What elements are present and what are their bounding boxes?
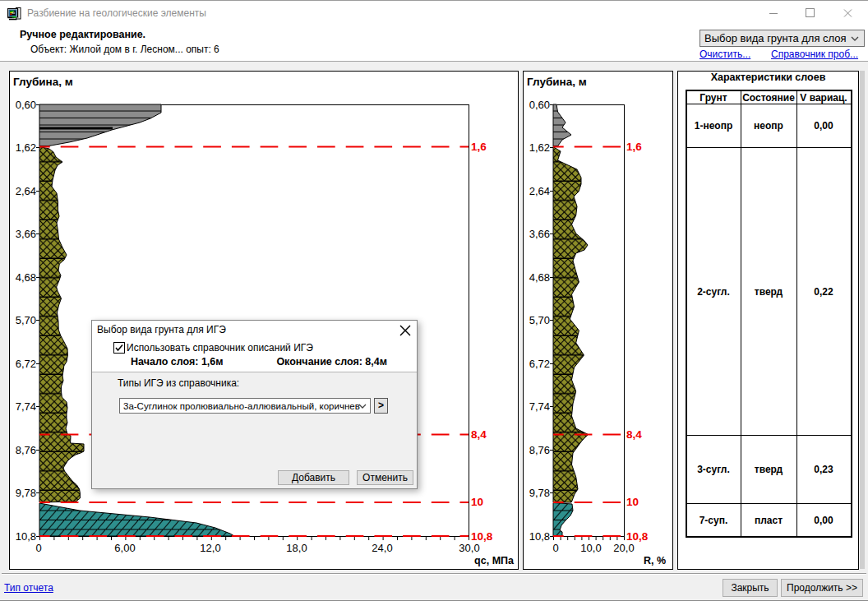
svg-text:3,66: 3,66 — [529, 228, 550, 240]
svg-text:неопр: неопр — [754, 120, 783, 132]
svg-text:18,0: 18,0 — [286, 542, 307, 554]
svg-text:7,74: 7,74 — [16, 400, 36, 413]
svg-text:8,76: 8,76 — [16, 444, 36, 456]
svg-text:6,00: 6,00 — [114, 542, 135, 554]
svg-text:6,72: 6,72 — [16, 358, 36, 370]
svg-text:0,60: 0,60 — [16, 99, 36, 111]
svg-text:0,22: 0,22 — [814, 286, 833, 298]
svg-text:Состояние: Состояние — [742, 92, 795, 104]
svg-text:10: 10 — [626, 496, 639, 508]
svg-text:Грунт: Грунт — [699, 92, 727, 104]
svg-text:тверд: тверд — [755, 464, 783, 475]
svg-text:R, %: R, % — [644, 555, 666, 566]
svg-text:V вариац.: V вариац. — [800, 92, 847, 104]
svg-text:10,8: 10,8 — [626, 530, 649, 543]
svg-text:7,74: 7,74 — [529, 400, 550, 413]
svg-text:9,78: 9,78 — [16, 487, 36, 499]
svg-text:1,6: 1,6 — [471, 141, 487, 153]
svg-text:10: 10 — [471, 496, 483, 508]
svg-text:24,0: 24,0 — [372, 542, 392, 554]
svg-text:0,23: 0,23 — [814, 464, 833, 475]
svg-text:10,8: 10,8 — [471, 530, 493, 543]
svg-text:0: 0 — [35, 542, 41, 554]
svg-text:2,64: 2,64 — [16, 185, 36, 197]
svg-text:4,68: 4,68 — [529, 271, 550, 284]
svg-text:4,68: 4,68 — [16, 271, 36, 284]
svg-text:30,0: 30,0 — [459, 542, 479, 554]
svg-text:1,62: 1,62 — [16, 141, 36, 154]
svg-text:6,72: 6,72 — [529, 358, 550, 370]
svg-text:9,78: 9,78 — [529, 487, 550, 499]
svg-text:10,0: 10,0 — [580, 542, 601, 554]
svg-text:5,70: 5,70 — [16, 314, 36, 326]
svg-text:Глубина, м: Глубина, м — [527, 76, 587, 88]
svg-text:1,6: 1,6 — [626, 141, 642, 153]
svg-text:пласт: пласт — [755, 515, 783, 526]
svg-text:1-неопр: 1-неопр — [695, 120, 733, 132]
svg-text:8,4: 8,4 — [626, 428, 642, 441]
svg-text:0,00: 0,00 — [814, 120, 833, 132]
svg-text:0,60: 0,60 — [529, 99, 550, 111]
svg-text:20,0: 20,0 — [613, 542, 634, 554]
svg-text:0: 0 — [552, 542, 558, 554]
svg-text:7-суп.: 7-суп. — [699, 515, 728, 526]
svg-text:3,66: 3,66 — [16, 228, 36, 240]
svg-text:qc, МПа: qc, МПа — [474, 555, 515, 566]
svg-text:10,8: 10,8 — [16, 530, 36, 543]
svg-text:8,76: 8,76 — [529, 444, 550, 456]
svg-text:10,8: 10,8 — [529, 530, 550, 543]
svg-text:2,64: 2,64 — [529, 185, 550, 197]
svg-text:3-сугл.: 3-сугл. — [697, 464, 730, 475]
svg-text:0,00: 0,00 — [814, 515, 833, 526]
svg-text:Глубина, м: Глубина, м — [13, 76, 73, 88]
svg-text:8,4: 8,4 — [471, 428, 487, 441]
svg-text:2-сугл.: 2-сугл. — [697, 286, 730, 298]
svg-text:1,62: 1,62 — [529, 141, 550, 154]
svg-text:тверд: тверд — [755, 286, 783, 298]
svg-text:12,0: 12,0 — [200, 542, 220, 554]
svg-text:5,70: 5,70 — [529, 314, 550, 326]
